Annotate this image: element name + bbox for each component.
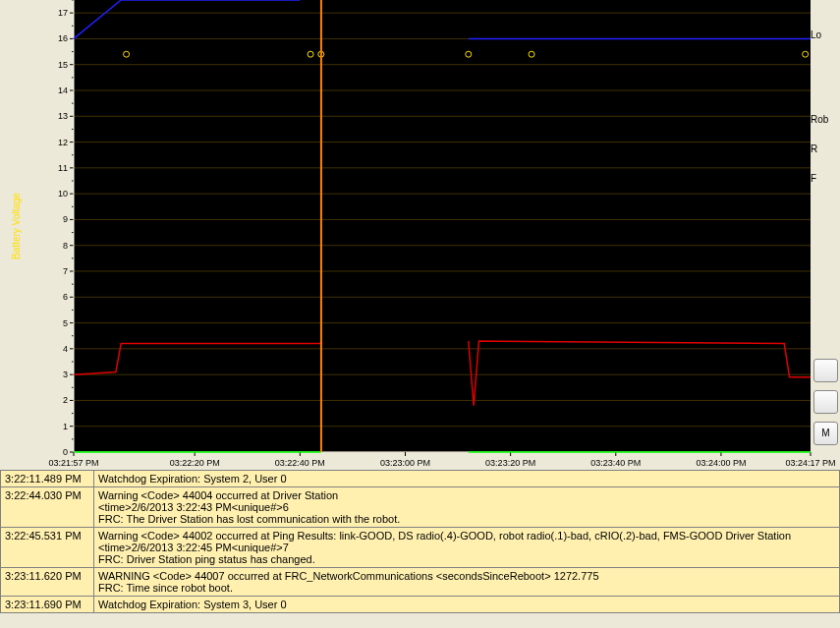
- label-lo: Lo: [811, 29, 840, 43]
- svg-text:03:23:20 PM: 03:23:20 PM: [485, 458, 535, 468]
- svg-text:13: 13: [58, 111, 68, 121]
- svg-text:17: 17: [58, 8, 68, 18]
- event-row[interactable]: 3:23:11.690 PMWatchdog Expiration: Syste…: [1, 597, 840, 613]
- event-row[interactable]: 3:22:45.531 PMWarning <Code> 44002 occur…: [1, 528, 840, 568]
- event-message: WARNING <Code> 44007 occurred at FRC_Net…: [94, 568, 840, 597]
- svg-text:10: 10: [58, 189, 68, 199]
- event-log[interactable]: 3:22:11.489 PMWatchdog Expiration: Syste…: [0, 470, 840, 613]
- event-time: 3:22:11.489 PM: [1, 471, 94, 487]
- event-message: Watchdog Expiration: System 2, User 0: [94, 471, 840, 487]
- event-row[interactable]: 3:22:44.030 PMWarning <Code> 44004 occur…: [1, 487, 840, 528]
- svg-text:03:24:17 PM: 03:24:17 PM: [785, 458, 835, 468]
- button-1[interactable]: [813, 359, 838, 382]
- svg-text:0: 0: [63, 447, 68, 457]
- svg-text:03:21:57 PM: 03:21:57 PM: [48, 458, 98, 468]
- right-button-stack: M: [813, 359, 838, 453]
- svg-text:7: 7: [63, 266, 68, 276]
- svg-text:16: 16: [58, 33, 68, 43]
- svg-rect-0: [74, 0, 811, 452]
- label-rob: Rob: [811, 114, 840, 128]
- log-chart[interactable]: Battery Voltage 012345678910111213141516…: [0, 0, 840, 486]
- event-time: 3:22:44.030 PM: [1, 487, 94, 528]
- svg-text:4: 4: [63, 344, 68, 354]
- svg-text:9: 9: [63, 214, 68, 224]
- svg-text:6: 6: [63, 292, 68, 302]
- svg-text:14: 14: [58, 86, 68, 95]
- right-panel-labels: Lo Rob R F: [811, 29, 840, 202]
- svg-text:1: 1: [63, 422, 68, 431]
- event-message: Watchdog Expiration: System 3, User 0: [94, 597, 840, 613]
- svg-text:03:24:00 PM: 03:24:00 PM: [696, 458, 746, 468]
- event-message: Warning <Code> 44004 occurred at Driver …: [94, 487, 840, 528]
- svg-text:5: 5: [63, 318, 68, 328]
- event-time: 3:23:11.690 PM: [1, 597, 94, 613]
- svg-text:03:23:40 PM: 03:23:40 PM: [590, 458, 641, 468]
- svg-text:03:22:40 PM: 03:22:40 PM: [275, 458, 325, 468]
- label-r: R: [811, 143, 840, 157]
- event-time: 3:22:45.531 PM: [1, 528, 94, 568]
- svg-text:03:23:00 PM: 03:23:00 PM: [380, 458, 430, 468]
- svg-text:3: 3: [63, 370, 68, 379]
- button-2[interactable]: [813, 390, 838, 414]
- label-f: F: [811, 173, 840, 187]
- event-message: Warning <Code> 44002 occurred at Ping Re…: [94, 528, 840, 568]
- svg-text:2: 2: [63, 395, 68, 405]
- event-time: 3:23:11.620 PM: [1, 568, 94, 597]
- svg-text:03:22:20 PM: 03:22:20 PM: [170, 458, 220, 468]
- svg-text:11: 11: [58, 163, 68, 173]
- svg-text:12: 12: [58, 138, 68, 147]
- svg-text:15: 15: [58, 60, 68, 70]
- event-row[interactable]: 3:23:11.620 PMWARNING <Code> 44007 occur…: [1, 568, 840, 597]
- y-axis-label: Battery Voltage: [11, 193, 22, 259]
- svg-text:8: 8: [63, 241, 68, 251]
- event-row[interactable]: 3:22:11.489 PMWatchdog Expiration: Syste…: [1, 471, 840, 487]
- button-m[interactable]: M: [813, 422, 838, 445]
